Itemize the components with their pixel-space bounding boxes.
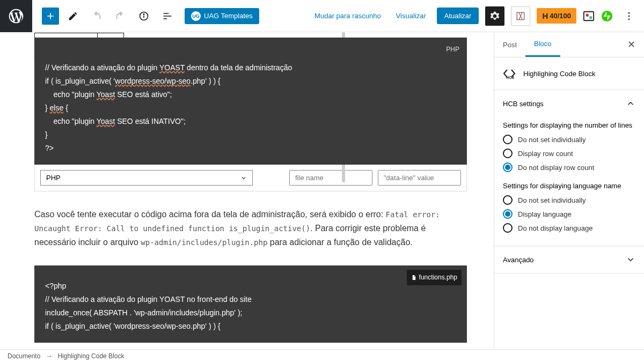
advanced-panel: Avançado bbox=[494, 246, 644, 274]
yoast-icon[interactable] bbox=[583, 10, 595, 22]
radio-lang-2[interactable]: Do not display language bbox=[503, 223, 635, 233]
file-tag: functions.php bbox=[407, 270, 462, 285]
svg-point-2 bbox=[143, 13, 144, 14]
score-h-icon: H bbox=[542, 11, 548, 20]
code-line: // Verificando a ativação do plugin YOAS… bbox=[45, 293, 456, 306]
topbar-tools-left: UG UAG Templates bbox=[32, 6, 259, 26]
hcb-icon: HCB bbox=[503, 67, 516, 80]
more-options-button[interactable] bbox=[619, 6, 639, 26]
code-line: ?> bbox=[45, 142, 456, 155]
jetpack-icon[interactable] bbox=[601, 10, 613, 22]
readability-score-button[interactable]: H 40/100 bbox=[537, 8, 576, 24]
lang-setting-title: Settings for displaying language name bbox=[503, 182, 635, 190]
prose-text: para adicionar a função de validação. bbox=[267, 238, 412, 247]
accessibility-check-button[interactable] bbox=[511, 6, 530, 26]
sidebar-tabs: Post Bloco ✕ bbox=[494, 32, 644, 57]
svg-text:HCB: HCB bbox=[506, 76, 514, 79]
svg-point-6 bbox=[589, 16, 592, 19]
code-line: echo "plugin Yoast SEO está ativo"; bbox=[45, 88, 456, 101]
radio-indicator bbox=[503, 195, 513, 205]
breadcrumb-block[interactable]: Highlighing Code Block bbox=[57, 352, 124, 360]
radio-lines-0[interactable]: Do not set individually bbox=[503, 135, 635, 144]
block-type-header: HCB Highlighing Code Block bbox=[494, 57, 644, 90]
radio-lines-2[interactable]: Do not display row count bbox=[503, 162, 635, 172]
uag-label: UAG Templates bbox=[204, 12, 253, 20]
score-value: 40/100 bbox=[550, 12, 571, 20]
svg-rect-4 bbox=[584, 11, 594, 20]
radio-indicator bbox=[503, 223, 513, 233]
advanced-panel-toggle[interactable]: Avançado bbox=[494, 246, 644, 273]
paragraph-text[interactable]: Caso você tente executar o código acima … bbox=[34, 208, 467, 249]
editor-topbar: UG UAG Templates Mudar para rascunho Vis… bbox=[0, 0, 644, 32]
radio-indicator bbox=[503, 149, 513, 158]
radio-lang-0[interactable]: Do not set individually bbox=[503, 195, 635, 205]
settings-sidebar: Post Bloco ✕ HCB Highlighing Code Block … bbox=[494, 32, 644, 349]
file-tag-name: functions.php bbox=[419, 271, 457, 284]
undo-button[interactable] bbox=[87, 6, 106, 26]
editor-canvas[interactable]: HCB PHP // Verificando a ativação do plu… bbox=[0, 32, 494, 349]
switch-to-draft-link[interactable]: Mudar para rascunho bbox=[310, 9, 385, 23]
uag-templates-button[interactable]: UG UAG Templates bbox=[185, 8, 259, 24]
chevron-up-icon bbox=[626, 99, 635, 108]
radio-label: Do not display row count bbox=[518, 164, 594, 172]
prose-text: Caso você tente executar o código acima … bbox=[34, 210, 386, 219]
dataline-input[interactable] bbox=[378, 170, 461, 186]
hcb-settings-panel: HCB settings Settings for displaying the… bbox=[494, 90, 644, 246]
chevron-down-icon bbox=[626, 255, 635, 264]
language-select[interactable]: PHP bbox=[40, 170, 253, 186]
redo-button[interactable] bbox=[111, 6, 130, 26]
block-controls: PHP bbox=[34, 165, 467, 191]
block-title: Highlighing Code Block bbox=[523, 70, 595, 78]
radio-label: Do not set individually bbox=[518, 196, 586, 204]
svg-point-7 bbox=[602, 10, 612, 21]
panel-body: Settings for displaying the number of li… bbox=[494, 121, 644, 246]
add-block-button[interactable] bbox=[42, 8, 59, 25]
outline-button[interactable] bbox=[158, 6, 177, 26]
radio-label: Display row count bbox=[518, 150, 573, 158]
svg-point-9 bbox=[628, 15, 630, 17]
code-line: include_once( ABSPATH . 'wp-admin/includ… bbox=[45, 306, 456, 320]
svg-point-5 bbox=[586, 13, 589, 17]
edit-tool-button[interactable] bbox=[63, 6, 83, 26]
code-block-2[interactable]: functions.php <?php// Verificando a ativ… bbox=[34, 265, 467, 343]
tab-block[interactable]: Bloco bbox=[525, 32, 560, 57]
code-line: if ( is_plugin_active( 'wordpress-seo/wp… bbox=[45, 75, 456, 88]
code-line: echo "plugin Yoast SEO está INATIVO"; bbox=[45, 115, 456, 128]
preview-link[interactable]: Visualizar bbox=[392, 9, 430, 23]
radio-indicator bbox=[503, 209, 513, 219]
close-sidebar-button[interactable]: ✕ bbox=[619, 39, 644, 50]
breadcrumb-bar: Documento → Highlighing Code Block bbox=[0, 349, 644, 362]
language-tag: PHP bbox=[446, 43, 459, 56]
tab-post[interactable]: Post bbox=[494, 33, 525, 56]
panel-title: Avançado bbox=[503, 256, 534, 264]
radio-label: Do not display language bbox=[518, 224, 593, 232]
code-line: if ( is_plugin_active( 'wordpress-seo/wp… bbox=[45, 320, 456, 333]
code-block-1[interactable]: PHP // Verificando a ativação do plugin … bbox=[34, 38, 467, 165]
radio-indicator bbox=[503, 162, 513, 172]
panel-title: HCB settings bbox=[503, 100, 544, 108]
topbar-tools-right: Mudar para rascunho Visualizar Atualizar… bbox=[310, 6, 644, 26]
breadcrumb-root[interactable]: Documento bbox=[8, 352, 40, 360]
radio-indicator bbox=[503, 135, 513, 144]
radio-label: Do not set individually bbox=[518, 136, 586, 144]
radio-lines-1[interactable]: Display row count bbox=[503, 149, 635, 158]
svg-point-8 bbox=[628, 12, 630, 13]
main-area: HCB PHP // Verificando a ativação do plu… bbox=[0, 32, 644, 349]
radio-label: Display language bbox=[518, 210, 572, 218]
wordpress-logo[interactable] bbox=[0, 0, 32, 32]
filename-input[interactable] bbox=[289, 170, 372, 186]
info-button[interactable] bbox=[134, 6, 153, 26]
radio-lang-1[interactable]: Display language bbox=[503, 209, 635, 219]
language-select-value: PHP bbox=[46, 174, 61, 182]
line-count-setting-title: Settings for displaying the number of li… bbox=[503, 121, 635, 129]
chevron-down-icon bbox=[240, 175, 247, 181]
file-icon bbox=[411, 275, 417, 280]
settings-button[interactable] bbox=[485, 6, 504, 26]
code-line: } else { bbox=[45, 101, 456, 115]
update-button[interactable]: Atualizar bbox=[437, 8, 479, 24]
hcb-panel-toggle[interactable]: HCB settings bbox=[494, 90, 644, 117]
code-line: } bbox=[45, 128, 456, 142]
code-line: // Verificando a ativação do plugin YOAS… bbox=[45, 61, 456, 75]
breadcrumb-sep: → bbox=[46, 352, 52, 360]
code-line: <?php bbox=[45, 279, 456, 293]
